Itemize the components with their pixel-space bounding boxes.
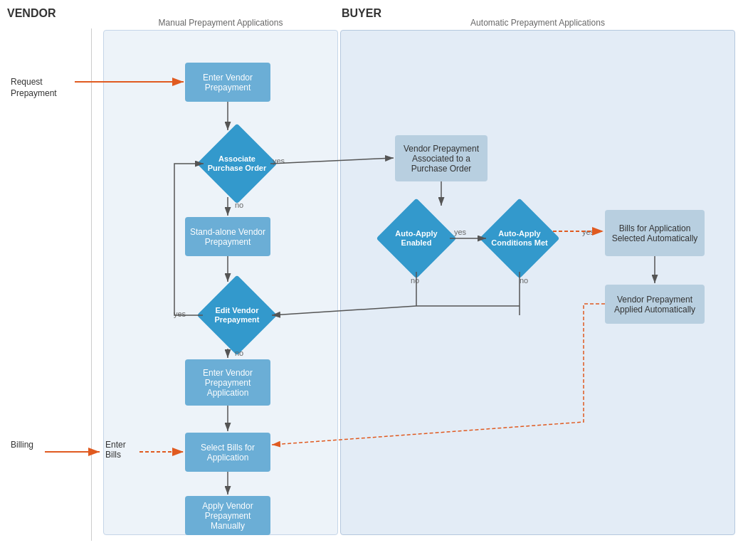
label-no-conditions: no — [520, 276, 528, 285]
node-apply-manually: Apply Vendor Prepayment Manually — [185, 496, 270, 535]
vendor-divider — [91, 28, 92, 541]
panel-auto-label: Automatic Prepayment Applications — [470, 18, 605, 28]
node-auto-apply-enabled: Auto-Apply Enabled — [384, 206, 448, 270]
panel-auto: Automatic Prepayment Applications — [340, 30, 735, 535]
node-edit-vendor-prepayment: Edit Vendor Prepayment — [205, 283, 269, 347]
buyer-label: BUYER — [342, 7, 381, 20]
label-enter-bills: Enter Bills — [105, 440, 126, 460]
label-yes-associate: yes — [273, 157, 285, 165]
label-no-associate: no — [235, 201, 243, 209]
label-no-auto-enabled: no — [411, 276, 419, 285]
label-billing: Billing — [11, 440, 33, 450]
label-no-edit: no — [235, 349, 243, 357]
node-associate-po: Associate Purchase Order — [205, 132, 269, 196]
node-enter-vendor-app: Enter Vendor Prepayment Application — [185, 359, 270, 406]
node-standalone: Stand-alone Vendor Prepayment — [185, 217, 270, 256]
node-auto-conditions: Auto-Apply Conditions Met — [488, 206, 552, 270]
label-yes-auto-enabled: yes — [454, 228, 466, 236]
node-vendor-po: Vendor Prepayment Associated to a Purcha… — [395, 135, 488, 181]
node-bills-selected-auto: Bills for Application Selected Automatic… — [605, 210, 705, 256]
label-request-prepayment: Request Prepayment — [11, 77, 57, 99]
node-vendor-applied-auto: Vendor Prepayment Applied Automatically — [605, 285, 705, 324]
node-enter-vendor-prepayment: Enter Vendor Prepayment — [185, 63, 270, 102]
label-yes-conditions: yes — [582, 228, 594, 236]
panel-manual-label: Manual Prepayment Applications — [159, 18, 283, 28]
label-yes-edit: yes — [174, 310, 186, 318]
node-select-bills: Select Bills for Application — [185, 433, 270, 472]
vendor-label: VENDOR — [7, 7, 56, 20]
diagram-container: VENDOR BUYER Manual Prepayment Applicati… — [0, 0, 743, 560]
